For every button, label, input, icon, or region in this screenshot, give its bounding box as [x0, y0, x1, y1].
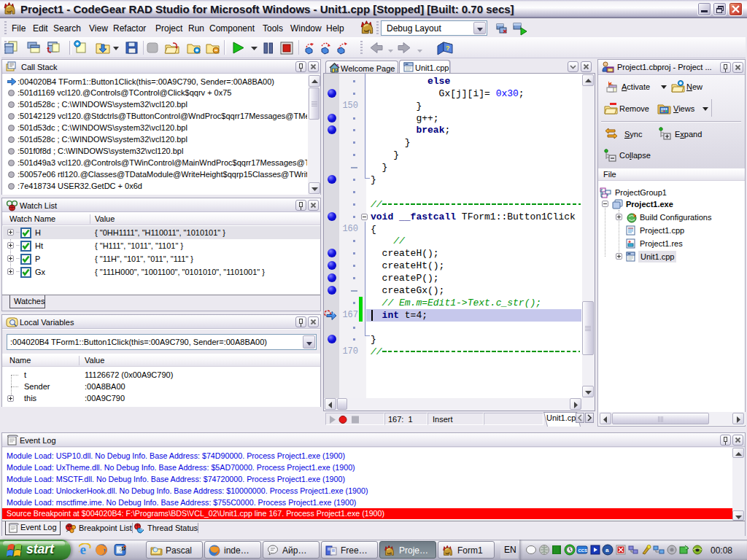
svg-text:?: ?	[446, 44, 450, 52]
svg-text:CCS: CCS	[578, 548, 588, 553]
svg-text:a: a	[605, 547, 609, 553]
